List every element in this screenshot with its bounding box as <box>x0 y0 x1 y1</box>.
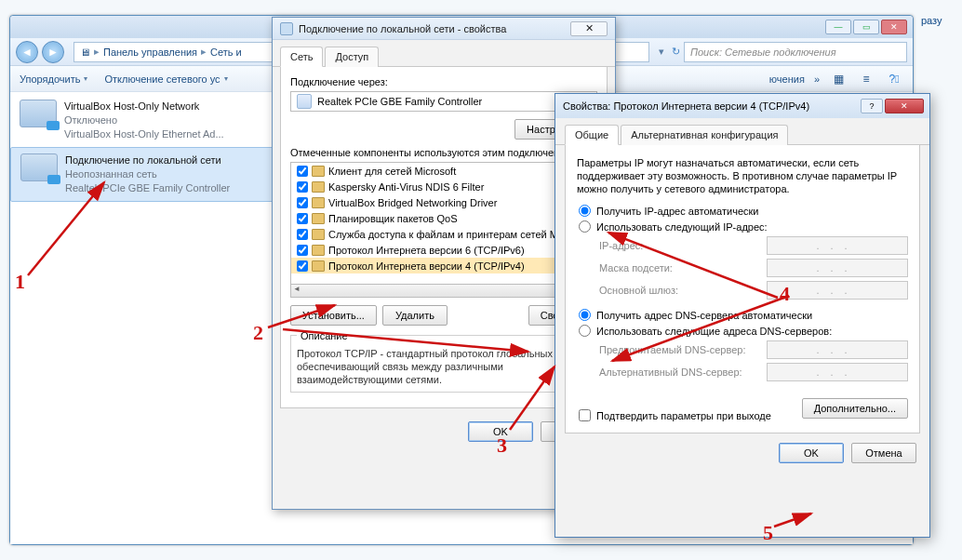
minimize-button[interactable]: — <box>825 20 851 34</box>
component-checkbox[interactable] <box>297 213 308 224</box>
maximize-button[interactable]: ▭ <box>853 20 879 34</box>
list-item: Служба доступа к файлам и принтерам сете… <box>291 226 596 242</box>
view-icons-button[interactable]: ▦ <box>829 70 848 88</box>
connection-status: Отключено <box>64 113 224 127</box>
connection-text: Подключение по локальной сети Неопознанн… <box>65 153 230 195</box>
connection-title: Подключение по локальной сети <box>65 153 230 167</box>
more-chevrons-icon[interactable]: » <box>814 73 820 85</box>
annotation-5: 5 <box>763 521 773 545</box>
refresh-icon[interactable]: ↻ <box>672 46 680 58</box>
dropdown-icon[interactable]: ▾ <box>659 46 664 58</box>
component-label: Клиент для сетей Microsoft <box>328 166 456 177</box>
radio-input[interactable] <box>579 309 591 321</box>
close-icon[interactable]: ✕ <box>570 21 608 36</box>
radio-input[interactable] <box>579 325 591 337</box>
diagnose-button[interactable]: ючения <box>769 73 805 85</box>
annotation-3: 3 <box>497 433 507 458</box>
dialog-body: Параметры IP могут назначаться автоматич… <box>565 145 920 433</box>
radio-label: Использовать следующий IP-адрес: <box>596 221 768 233</box>
list-item: Kaspersky Anti-Virus NDIS 6 Filter <box>291 179 596 194</box>
radio-manual-dns[interactable]: Использовать следующие адреса DNS-сервер… <box>577 325 908 337</box>
annotation-1: 1 <box>15 270 25 294</box>
ip-address-input: ... <box>767 236 908 255</box>
cancel-button[interactable]: Отмена <box>851 443 916 463</box>
forward-button[interactable]: ► <box>42 41 64 63</box>
ok-button[interactable]: OK <box>779 443 844 463</box>
remove-button[interactable]: Удалить <box>382 305 448 326</box>
separator-icon: ▸ <box>94 46 100 58</box>
connection-title: VirtualBox Host-Only Network <box>64 100 224 113</box>
validate-checkbox-row[interactable]: Подтвердить параметры при выходе <box>577 409 802 421</box>
tab-alt-config[interactable]: Альтернативная конфигурация <box>621 125 788 145</box>
radio-auto-ip[interactable]: Получить IP-адрес автоматически <box>577 205 908 217</box>
search-placeholder: Поиск: Сетевые подключения <box>690 47 836 58</box>
help-icon[interactable]: ?⃝ <box>885 70 903 88</box>
disable-device-button[interactable]: Отключение сетевого ус <box>104 73 227 85</box>
component-icon <box>312 166 325 177</box>
radio-label: Получить адрес DNS-сервера автоматически <box>596 310 812 321</box>
description-group: Описание Протокол TCP/IP - стандартный п… <box>290 335 597 393</box>
component-checkbox[interactable] <box>297 197 308 208</box>
description-heading: Описание <box>297 330 352 341</box>
tab-access[interactable]: Доступ <box>325 47 379 67</box>
component-icon <box>312 197 325 208</box>
install-button[interactable]: Установить... <box>290 305 377 326</box>
connection-adapter: VirtualBox Host-Only Ethernet Ad... <box>64 127 224 141</box>
preferred-dns-label: Предпочитаемый DNS-сервер: <box>599 344 767 355</box>
subnet-mask-label: Маска подсети: <box>599 262 767 273</box>
close-button[interactable]: ✕ <box>881 20 907 34</box>
dialog-footer: OK Отмена <box>555 443 929 474</box>
tab-general[interactable]: Общие <box>565 125 619 145</box>
dialog-title: Подключение по локальной сети - свойства <box>299 23 506 34</box>
horizontal-scrollbar[interactable] <box>290 285 597 298</box>
component-checkbox[interactable] <box>297 229 308 240</box>
radio-manual-ip[interactable]: Использовать следующий IP-адрес: <box>577 220 908 233</box>
list-item: Протокол Интернета версии 6 (TCP/IPv6) <box>291 242 596 258</box>
dialog-titlebar: Подключение по локальной сети - свойства… <box>273 18 615 40</box>
validate-checkbox[interactable] <box>579 409 591 421</box>
search-input[interactable]: Поиск: Сетевые подключения <box>684 42 907 62</box>
list-item: Клиент для сетей Microsoft <box>291 163 596 179</box>
radio-input[interactable] <box>579 220 591 233</box>
description-text: Протокол TCP/IP - стандартный протокол г… <box>297 347 591 386</box>
breadcrumb-item[interactable]: Панель управления <box>103 47 197 58</box>
radio-input[interactable] <box>579 205 591 217</box>
ip-address-label: IP-адрес: <box>599 240 767 251</box>
component-checkbox[interactable] <box>297 260 308 272</box>
breadcrumb-item[interactable]: Сеть и <box>210 47 242 58</box>
adapter-icon <box>297 94 312 109</box>
validate-label: Подтвердить параметры при выходе <box>596 410 771 421</box>
gateway-label: Основной шлюз: <box>599 285 767 296</box>
component-label: Протокол Интернета версии 4 (TCP/IPv4) <box>328 260 525 272</box>
component-label: Протокол Интернета версии 6 (TCP/IPv6) <box>328 245 525 256</box>
component-checkbox[interactable] <box>297 181 308 193</box>
tab-strip: Сеть Доступ <box>273 40 615 67</box>
ip-fields-group: IP-адрес:... Маска подсети:... Основной … <box>599 236 908 300</box>
tab-network[interactable]: Сеть <box>280 47 323 67</box>
connection-adapter: Realtek PCIe GBE Family Controller <box>65 181 230 195</box>
radio-auto-dns[interactable]: Получить адрес DNS-сервера автоматически <box>577 309 908 321</box>
organize-menu[interactable]: Упорядочить <box>20 73 87 85</box>
preferred-dns-input: ... <box>767 340 908 359</box>
list-item-ipv4: Протокол Интернета версии 4 (TCP/IPv4) <box>291 258 596 273</box>
component-icon <box>312 213 325 224</box>
network-adapter-icon <box>20 153 58 181</box>
components-list[interactable]: Клиент для сетей Microsoft Kaspersky Ant… <box>290 162 597 285</box>
list-item: VirtualBox Bridged Networking Driver <box>291 194 596 210</box>
component-checkbox[interactable] <box>297 166 308 177</box>
dns-fields-group: Предпочитаемый DNS-сервер:... Альтернати… <box>599 340 908 381</box>
info-text: Параметры IP могут назначаться автоматич… <box>577 156 908 195</box>
connection-text: VirtualBox Host-Only Network Отключено V… <box>64 100 224 141</box>
advanced-button[interactable]: Дополнительно... <box>802 398 908 419</box>
component-icon <box>312 181 325 193</box>
subnet-mask-input: ... <box>767 259 908 277</box>
back-button[interactable]: ◄ <box>16 41 38 63</box>
tab-strip: Общие Альтернативная конфигурация <box>555 118 929 145</box>
help-button[interactable]: ? <box>861 99 883 113</box>
component-checkbox[interactable] <box>297 245 308 256</box>
component-label: VirtualBox Bridged Networking Driver <box>328 197 497 208</box>
close-button[interactable]: ✕ <box>885 99 924 113</box>
breadcrumb-root-icon: 🖥 <box>80 47 90 58</box>
view-details-button[interactable]: ≡ <box>857 70 875 88</box>
annotation-4: 4 <box>780 282 790 306</box>
